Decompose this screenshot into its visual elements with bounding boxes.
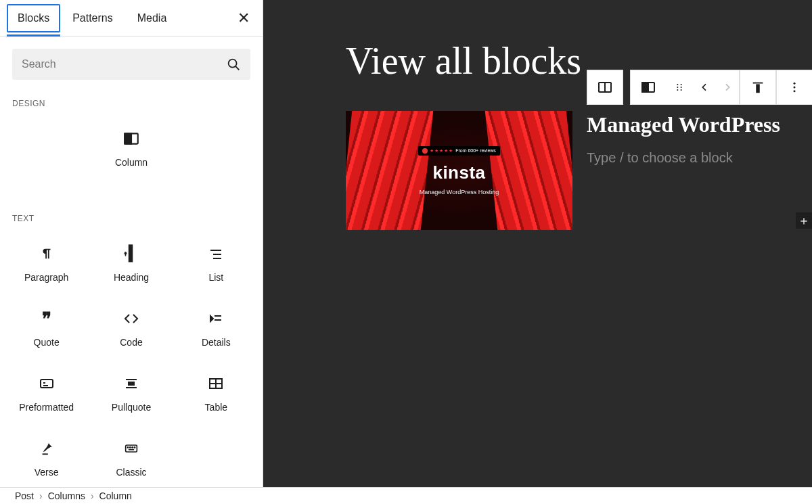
column-heading[interactable]: Managed WordPress bbox=[587, 112, 780, 137]
kinsta-logo: kinsta bbox=[432, 162, 485, 183]
svg-point-37 bbox=[794, 83, 796, 85]
svg-point-22 bbox=[132, 447, 133, 448]
block-label: Paragraph bbox=[24, 272, 68, 283]
drag-icon bbox=[674, 81, 685, 94]
block-paragraph[interactable]: Paragraph bbox=[4, 231, 89, 296]
block-label: Verse bbox=[35, 467, 59, 478]
block-placeholder[interactable]: Type / to choose a block bbox=[587, 150, 733, 166]
column-icon bbox=[640, 79, 656, 95]
block-label: Preformatted bbox=[19, 402, 74, 413]
tab-media[interactable]: Media bbox=[125, 0, 179, 37]
inserter-tabs: Blocks Patterns Media ✕ bbox=[0, 0, 263, 37]
badge-stars: ★★★★★ bbox=[430, 148, 453, 154]
code-icon bbox=[122, 310, 140, 327]
svg-line-1 bbox=[235, 66, 239, 70]
columns-icon bbox=[597, 79, 613, 95]
table-icon bbox=[207, 375, 225, 392]
close-inserter-button[interactable]: ✕ bbox=[233, 7, 254, 29]
search-field[interactable] bbox=[12, 49, 250, 80]
category-design-label: DESIGN bbox=[0, 80, 263, 114]
svg-point-32 bbox=[681, 87, 682, 88]
heading-icon: ▍ bbox=[122, 245, 140, 262]
parent-columns-button[interactable] bbox=[587, 70, 623, 104]
drag-handle[interactable] bbox=[666, 70, 693, 104]
review-badge: ★★★★★ From 600+ reviews bbox=[418, 146, 500, 156]
keyboard-icon bbox=[122, 440, 140, 457]
block-label: Code bbox=[120, 337, 142, 348]
svg-point-0 bbox=[229, 60, 237, 68]
chevron-right-icon bbox=[722, 82, 733, 93]
add-block-button[interactable]: ＋ bbox=[796, 212, 812, 229]
block-pullquote[interactable]: Pullquote bbox=[89, 361, 173, 426]
block-label: Details bbox=[202, 337, 231, 348]
more-options-button[interactable] bbox=[777, 70, 812, 104]
preformatted-icon bbox=[38, 375, 55, 392]
align-top-icon bbox=[750, 80, 765, 95]
block-toolbar bbox=[587, 70, 812, 105]
breadcrumb-item[interactable]: Column bbox=[94, 490, 137, 501]
close-icon: ✕ bbox=[238, 9, 250, 27]
block-preformatted[interactable]: Preformatted bbox=[4, 361, 89, 426]
search-input[interactable] bbox=[22, 58, 226, 70]
block-verse[interactable]: Verse bbox=[4, 426, 89, 491]
editor-canvas[interactable]: View all blocks ★★★★★ From 600+ reviews … bbox=[263, 0, 812, 487]
block-table[interactable]: Table bbox=[174, 361, 258, 426]
tab-blocks[interactable]: Blocks bbox=[7, 4, 60, 32]
move-right-button[interactable] bbox=[716, 70, 739, 104]
block-classic[interactable]: Classic bbox=[89, 426, 173, 491]
inserter-panel: Blocks Patterns Media ✕ DESIGN Column bbox=[0, 0, 263, 487]
svg-point-30 bbox=[681, 84, 682, 85]
svg-point-29 bbox=[677, 84, 678, 85]
svg-point-20 bbox=[127, 447, 128, 448]
text-block-grid: Paragraph ▍ Heading List ❞ Quote Code De… bbox=[0, 229, 263, 498]
verse-icon bbox=[38, 440, 55, 457]
svg-point-31 bbox=[677, 87, 678, 88]
svg-point-33 bbox=[677, 89, 678, 91]
block-label: Pullquote bbox=[112, 402, 151, 413]
breadcrumb-item[interactable]: Columns bbox=[43, 490, 91, 501]
svg-rect-28 bbox=[642, 83, 648, 92]
block-label: Heading bbox=[114, 272, 149, 283]
tab-patterns[interactable]: Patterns bbox=[60, 0, 125, 37]
breadcrumb-item[interactable]: Post bbox=[9, 490, 39, 501]
svg-rect-14 bbox=[129, 382, 134, 385]
block-label: Table bbox=[205, 402, 227, 413]
block-list[interactable]: List bbox=[174, 231, 258, 296]
column-image[interactable]: ★★★★★ From 600+ reviews kinsta Managed W… bbox=[346, 111, 572, 230]
search-icon bbox=[226, 57, 241, 72]
block-column[interactable]: Column bbox=[4, 116, 258, 181]
svg-point-21 bbox=[130, 447, 131, 448]
design-block-grid: Column bbox=[0, 114, 263, 195]
paragraph-icon bbox=[38, 245, 55, 262]
pullquote-icon bbox=[122, 375, 140, 392]
image-subtitle: Managed WordPress Hosting bbox=[420, 189, 499, 196]
chevron-left-icon bbox=[699, 82, 710, 93]
post-title[interactable]: View all blocks bbox=[346, 39, 581, 83]
svg-rect-3 bbox=[125, 133, 131, 143]
column-icon bbox=[122, 130, 140, 147]
svg-rect-19 bbox=[126, 445, 137, 452]
badge-text: From 600+ reviews bbox=[455, 148, 496, 153]
plus-icon: ＋ bbox=[798, 212, 810, 229]
block-heading[interactable]: ▍ Heading bbox=[89, 231, 173, 296]
details-icon bbox=[207, 310, 225, 327]
block-type-button[interactable] bbox=[631, 70, 666, 104]
block-label: List bbox=[208, 272, 223, 283]
move-left-button[interactable] bbox=[693, 70, 716, 104]
block-details[interactable]: Details bbox=[174, 296, 258, 361]
block-label: Quote bbox=[34, 337, 60, 348]
svg-rect-9 bbox=[41, 380, 53, 388]
block-label: Classic bbox=[116, 467, 146, 478]
align-button[interactable] bbox=[740, 70, 775, 104]
list-icon bbox=[207, 245, 225, 262]
svg-point-38 bbox=[794, 87, 796, 89]
block-quote[interactable]: ❞ Quote bbox=[4, 296, 89, 361]
block-code[interactable]: Code bbox=[89, 296, 173, 361]
more-vertical-icon bbox=[788, 81, 801, 94]
svg-point-23 bbox=[134, 447, 135, 448]
svg-point-39 bbox=[794, 90, 796, 92]
category-text-label: TEXT bbox=[0, 195, 263, 229]
svg-rect-36 bbox=[757, 85, 759, 92]
quote-icon: ❞ bbox=[38, 310, 55, 327]
block-label: Column bbox=[115, 157, 148, 168]
